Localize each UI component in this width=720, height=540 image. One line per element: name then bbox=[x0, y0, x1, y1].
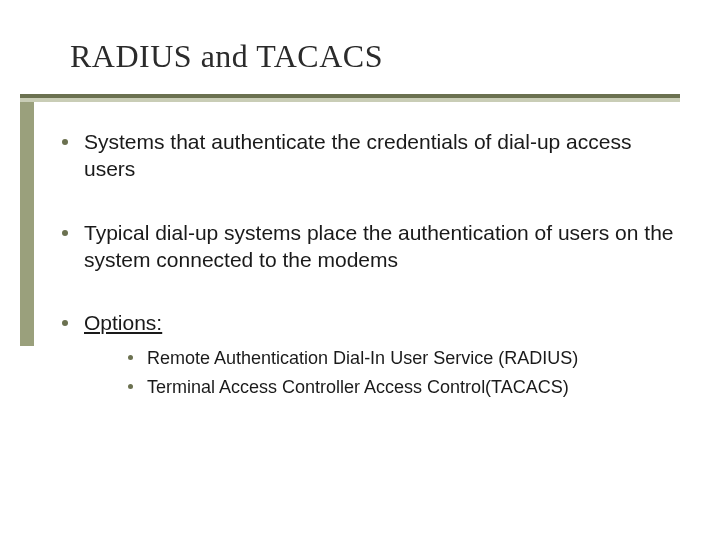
bullet-text: Typical dial-up systems place the authen… bbox=[84, 219, 682, 274]
slide-content: Systems that authenticate the credential… bbox=[62, 128, 682, 403]
title-underline-light bbox=[20, 98, 680, 102]
bullet-item: Systems that authenticate the credential… bbox=[62, 128, 682, 183]
bullet-dot-icon bbox=[62, 230, 68, 236]
options-label: Options: bbox=[84, 309, 578, 336]
sub-text: Terminal Access Controller Access Contro… bbox=[147, 375, 569, 399]
sub-bullet-dot-icon bbox=[128, 355, 133, 360]
slide-title: RADIUS and TACACS bbox=[70, 38, 680, 75]
bullet-dot-icon bbox=[62, 139, 68, 145]
title-area: RADIUS and TACACS bbox=[70, 38, 680, 75]
options-sublist: Remote Authentication Dial-In User Servi… bbox=[128, 346, 578, 399]
sub-bullet-dot-icon bbox=[128, 384, 133, 389]
left-accent-bar bbox=[20, 94, 34, 346]
bullet-dot-icon bbox=[62, 320, 68, 326]
bullet-text: Systems that authenticate the credential… bbox=[84, 128, 682, 183]
sub-item: Remote Authentication Dial-In User Servi… bbox=[128, 346, 578, 370]
sub-item: Terminal Access Controller Access Contro… bbox=[128, 375, 578, 399]
bullet-item: Typical dial-up systems place the authen… bbox=[62, 219, 682, 274]
bullet-item-options: Options: Remote Authentication Dial-In U… bbox=[62, 309, 682, 403]
sub-text: Remote Authentication Dial-In User Servi… bbox=[147, 346, 578, 370]
